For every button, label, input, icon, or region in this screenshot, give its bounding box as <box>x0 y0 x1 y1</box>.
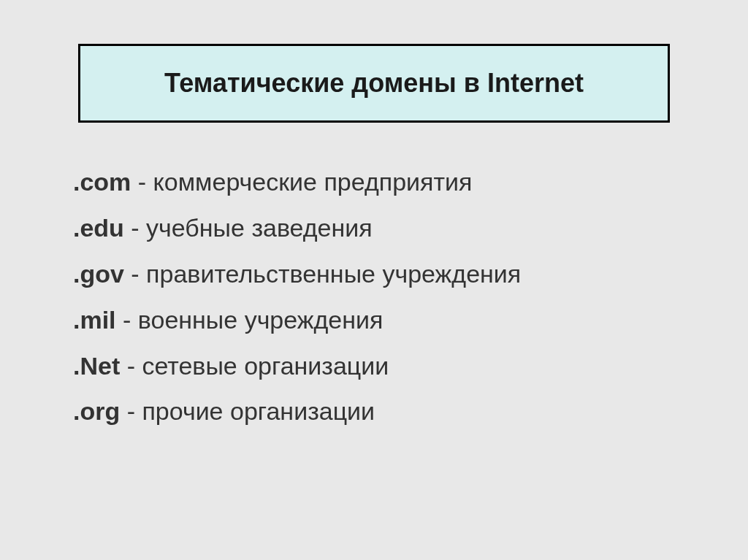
list-item: .Net - сетевые организации <box>73 343 697 389</box>
domain-prefix: .Net <box>73 352 120 380</box>
domain-prefix: .gov <box>73 260 124 288</box>
domain-prefix: .edu <box>73 214 124 242</box>
domain-description: - военные учреждения <box>116 306 383 334</box>
list-item: .mil - военные учреждения <box>73 297 697 343</box>
domain-prefix: .com <box>73 168 131 196</box>
list-item: .edu - учебные заведения <box>73 205 697 251</box>
list-item: .gov - правительственные учреждения <box>73 251 697 297</box>
list-item: .com - коммерческие предприятия <box>73 159 697 205</box>
domain-list: .com - коммерческие предприятия .edu - у… <box>51 159 697 434</box>
domain-prefix: .org <box>73 397 120 425</box>
domain-description: - правительственные учреждения <box>124 260 521 288</box>
domain-prefix: .mil <box>73 306 116 334</box>
domain-description: - сетевые организации <box>120 352 389 380</box>
domain-description: - прочие организации <box>120 397 375 425</box>
slide-title: Тематические домены в Internet <box>117 68 631 99</box>
title-box: Тематические домены в Internet <box>78 44 670 123</box>
domain-description: - коммерческие предприятия <box>131 168 472 196</box>
domain-description: - учебные заведения <box>124 214 373 242</box>
list-item: .org - прочие организации <box>73 388 697 434</box>
